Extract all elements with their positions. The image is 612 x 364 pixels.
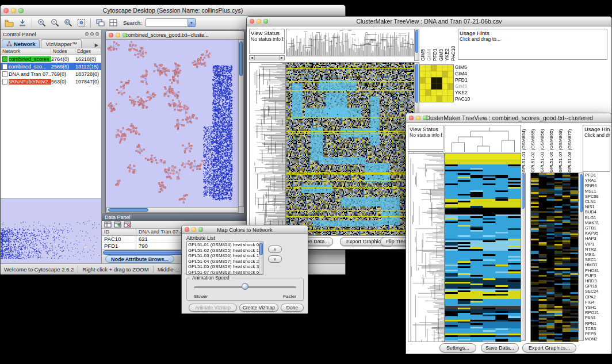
cascade-windows-button[interactable]	[94, 17, 106, 28]
search-input[interactable]	[146, 18, 188, 27]
open-session-button[interactable]	[3, 17, 15, 28]
tab-overflow-arrow[interactable]: ▶	[95, 43, 100, 48]
create-attribute-icon[interactable]	[114, 221, 121, 228]
close-button[interactable]	[409, 116, 414, 120]
network-tree-row[interactable]: DNA and Tran 07...769(0)183728(0)	[1, 70, 101, 78]
column-network[interactable]: Network	[1, 48, 51, 55]
done-button[interactable]: Done	[281, 304, 304, 312]
toolbar-separator	[90, 18, 91, 28]
zoom-window-button[interactable]	[198, 227, 203, 232]
column-label: YKE2	[445, 26, 450, 61]
zoom-selected-button[interactable]	[62, 17, 74, 28]
zoom-window-button[interactable]	[123, 33, 127, 37]
panel-dock-controls[interactable]	[85, 32, 99, 36]
network-edges-count: 107847(0)	[75, 79, 101, 85]
zoom-window-button[interactable]	[18, 8, 24, 13]
export-graphics-button[interactable]: Export Graphics...	[522, 343, 576, 352]
heatmap-vscrollbar[interactable]	[521, 153, 526, 341]
attribute-list-item[interactable]: GPL51-05 (GSM859) heat shock 30 min	[187, 264, 263, 270]
network-tree-row[interactable]: combined_sco...2569(6)13112(15)	[1, 63, 101, 70]
search-dropdown-arrow[interactable]: ▼	[188, 18, 196, 27]
secondary-vscrollbar[interactable]	[579, 173, 584, 341]
minimize-button[interactable]	[192, 227, 196, 232]
close-button[interactable]	[109, 33, 113, 37]
settings-button[interactable]: Settings...	[439, 343, 476, 352]
column-id[interactable]: ID	[102, 229, 136, 235]
document-icon	[2, 79, 7, 85]
network-tree-row[interactable]: sRNAPuberNov2...563(0)107847(0)	[1, 78, 101, 85]
grid-windows-button[interactable]	[108, 17, 119, 28]
column-edges[interactable]: Edges	[75, 48, 101, 55]
save-data-button[interactable]: Save Data...	[481, 343, 519, 352]
slider-thumb[interactable]	[242, 283, 248, 290]
network-view-titlebar[interactable]: combined_scores_good.txt--cluste...	[106, 31, 244, 40]
close-button[interactable]	[185, 227, 189, 232]
select-attributes-icon[interactable]	[104, 221, 112, 228]
mini-hscrollbar[interactable]: ◀▶	[249, 55, 285, 60]
zoom-window-button[interactable]	[263, 19, 268, 24]
attribute-list-item[interactable]: GPL51-03 (GSM856) heat shock 15 min	[187, 253, 263, 259]
scroll-left-arrow[interactable]: ◀	[250, 56, 255, 60]
matrix-row-label: GIM3	[455, 83, 470, 90]
network-graph-canvas[interactable]	[106, 40, 239, 207]
row-dendrogram-canvas[interactable]	[249, 62, 286, 236]
row-dendrogram-canvas[interactable]	[408, 153, 445, 342]
minimize-button[interactable]	[416, 116, 420, 120]
desktop-background: Cytoscape Desktop (Session Name: collins…	[0, 0, 612, 364]
attribute-listbox[interactable]: GPL51-01 (GSM854) heat shock 05 minGPL51…	[186, 242, 263, 275]
dialog-titlebar[interactable]: Map Colors to Network	[182, 225, 308, 234]
network-tree-row[interactable]: combined_scores2764(0)16218(0)	[1, 55, 101, 63]
vertical-scrollbar[interactable]	[414, 29, 419, 61]
heatmap-canvas[interactable]	[445, 153, 521, 342]
correlation-matrix-canvas[interactable]	[419, 64, 454, 102]
close-button[interactable]	[3, 8, 9, 13]
minimize-button[interactable]	[11, 8, 16, 13]
attribute-list-item[interactable]: GPL51-04 (GSM857) heat shock 20 min	[187, 259, 263, 265]
tab-vizmapper[interactable]: VizMapper™	[41, 39, 82, 48]
network-overview-panel[interactable]	[1, 198, 101, 263]
main-titlebar[interactable]: Cytoscape Desktop (Session Name: collins…	[1, 5, 345, 16]
zoom-in-button[interactable]	[36, 17, 47, 28]
gene-label: YRA1	[585, 178, 610, 183]
animate-vizmap-button[interactable]: Animate Vizmap	[189, 304, 237, 312]
network-name: combined_sco...	[9, 64, 51, 70]
attribute-list-item[interactable]: GPL51-01 (GSM854) heat shock 05 min	[187, 242, 263, 248]
scroll-right-arrow[interactable]: ▶	[279, 56, 284, 60]
tab-network[interactable]: Network	[2, 39, 40, 48]
treeview-dna-titlebar[interactable]: ClusterMaker TreeView : DNA and Tran 07-…	[247, 17, 611, 26]
create-vizmap-button[interactable]: Create Vizmap	[239, 304, 278, 312]
heatmap-canvas[interactable]	[286, 62, 415, 236]
search-combo: ▼	[146, 18, 196, 27]
slower-label: Slower	[194, 294, 208, 299]
horizontal-scrollbar[interactable]	[106, 207, 239, 213]
vertical-scrollbar[interactable]	[238, 40, 244, 207]
view-status-panel: View Status No status info f...	[408, 125, 443, 150]
view-status-title: View Status	[410, 126, 442, 132]
zoom-window-button[interactable]	[423, 116, 427, 120]
move-up-button[interactable]: ∧	[268, 246, 282, 253]
minimize-button[interactable]	[257, 19, 261, 24]
import-network-button[interactable]	[17, 17, 28, 28]
column-label: GPL51-01 (GSM854)	[521, 124, 530, 173]
treeview-combined-window: ClusterMaker TreeView : combined_scores_…	[406, 113, 612, 354]
column-dendrogram-canvas[interactable]	[286, 29, 415, 56]
network-overview-canvas[interactable]	[1, 198, 100, 263]
zoom-fit-button[interactable]	[75, 17, 87, 28]
delete-attribute-icon[interactable]	[124, 221, 131, 228]
gene-label: NIS1	[585, 204, 610, 209]
treeview-combined-titlebar[interactable]: ClusterMaker TreeView : combined_scores_…	[406, 113, 611, 123]
attribute-list-item[interactable]: GPL51-02 (GSM855) heat shock 10 min	[187, 248, 263, 254]
list-scrollbar[interactable]	[259, 242, 263, 274]
gene-label: CPA2	[585, 294, 610, 300]
column-nodes[interactable]: Nodes	[51, 48, 75, 55]
heatmap-column-labels: GPL51-01 (GSM854)GPL51-02 (GSM855)GPL51-…	[521, 124, 576, 173]
minimize-button[interactable]	[116, 33, 120, 37]
heatmap-column-labels: GIM5GIM4PFD1GIM3YKE2PAC10	[420, 26, 456, 61]
move-down-button[interactable]: ∨	[268, 255, 282, 263]
attribute-list-item[interactable]: GPL51-07 (GSM868) heat shock 60 min	[187, 270, 263, 275]
secondary-heatmap-canvas[interactable]	[530, 173, 579, 342]
zoom-out-button[interactable]	[49, 17, 60, 28]
tab-node-attribute-browser[interactable]: Node Attribute Brows...	[105, 255, 174, 263]
column-dendrogram-canvas[interactable]	[445, 125, 521, 152]
close-button[interactable]	[250, 19, 254, 24]
